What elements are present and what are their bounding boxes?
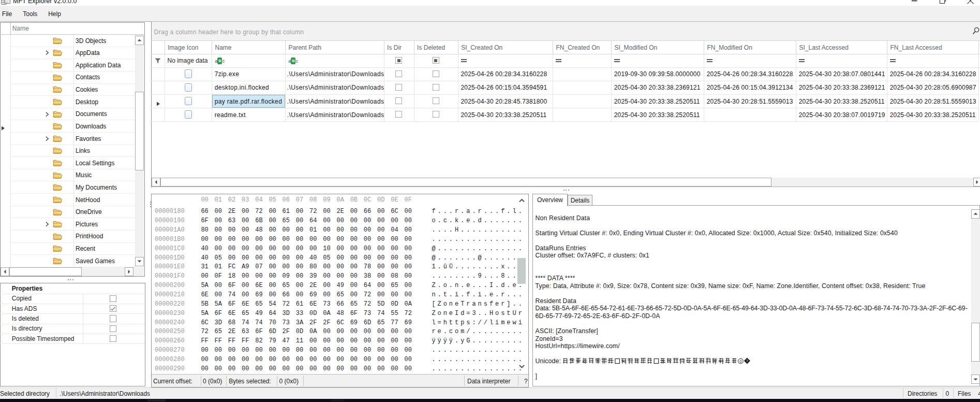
svg-text:?: ? (746, 359, 748, 363)
svg-text:0: 0 (740, 359, 742, 364)
